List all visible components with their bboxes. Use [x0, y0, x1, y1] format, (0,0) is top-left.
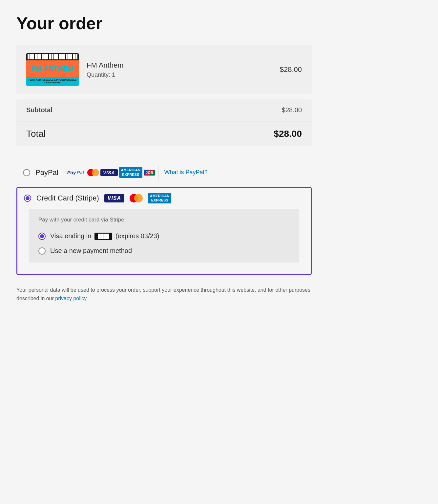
product-quantity: Quantity: 1: [87, 72, 272, 78]
paypal-badge: Pay Pal VISA AMERICANEXPRESS JCB: [64, 165, 159, 180]
new-payment-label: Use a new payment method: [50, 247, 132, 255]
mastercard-badge-stripe: [130, 194, 143, 202]
credit-card-description: Pay with your credit card via Stripe.: [38, 217, 290, 223]
paypal-logo-text2: Pal: [76, 170, 84, 175]
credit-card-radio-dot: [26, 196, 30, 200]
saved-card-radio-dot: [40, 234, 44, 238]
amex-icon: AMERICANEXPRESS: [119, 167, 142, 178]
paypal-logo: Pay Pal: [67, 170, 84, 175]
credit-card-inner-panel: Pay with your credit card via Stripe. Vi…: [29, 209, 299, 262]
privacy-policy-link[interactable]: privacy policy: [55, 296, 86, 301]
order-item-card: FM ANTHEM FL/FM ADDRESSABLE & PROGRAMMAB…: [16, 45, 312, 94]
paypal-label: PayPal: [35, 168, 58, 177]
credit-card-label: Credit Card (Stripe): [36, 194, 99, 202]
paypal-logo-text: Pay: [67, 170, 76, 175]
subtotal-label: Subtotal: [26, 106, 52, 114]
card-expiry: (expires 03/23): [115, 232, 159, 240]
new-payment-radio[interactable]: [38, 247, 46, 255]
credit-card-radio[interactable]: [24, 195, 31, 202]
product-price: $28.00: [280, 65, 302, 74]
total-value: $28.00: [274, 129, 302, 139]
paypal-radio[interactable]: [23, 169, 30, 176]
amex-badge-stripe: AMERICANEXPRESS: [148, 193, 171, 203]
privacy-text: Your personal data will be used to proce…: [16, 286, 312, 303]
payment-section: PayPal Pay Pal VISA AMERICANEXPRESS JCB …: [16, 159, 312, 275]
what-is-paypal-link[interactable]: What is PayPal?: [164, 169, 207, 176]
page-title: Your order: [16, 13, 312, 33]
new-payment-row[interactable]: Use a new payment method: [38, 247, 290, 255]
total-label: Total: [26, 129, 46, 139]
saved-card-radio[interactable]: [38, 233, 46, 240]
totals-card: Subtotal $28.00 Total $28.00: [16, 99, 312, 146]
subtotal-row: Subtotal $28.00: [16, 99, 312, 121]
visa-badge-stripe: VISA: [104, 194, 124, 202]
visa-icon: VISA: [100, 169, 118, 176]
product-details: FM Anthem Quantity: 1: [87, 61, 272, 78]
saved-card-label: Visa ending in ████ (expires 03/23): [50, 232, 159, 240]
product-name: FM Anthem: [87, 61, 272, 70]
card-number-redacted: ████: [94, 233, 112, 240]
mastercard-icon: [87, 169, 99, 176]
subtotal-value: $28.00: [282, 106, 302, 114]
privacy-text-after: .: [86, 296, 88, 301]
jcb-icon: JCB: [144, 170, 156, 176]
paypal-option-row[interactable]: PayPal Pay Pal VISA AMERICANEXPRESS JCB …: [16, 159, 312, 185]
credit-card-option[interactable]: Credit Card (Stripe) VISA AMERICANEXPRES…: [16, 187, 312, 275]
product-image: FM ANTHEM FL/FM ADDRESSABLE & PROGRAMMAB…: [26, 53, 79, 86]
saved-card-row[interactable]: Visa ending in ████ (expires 03/23): [38, 232, 290, 240]
total-row: Total $28.00: [16, 121, 312, 146]
